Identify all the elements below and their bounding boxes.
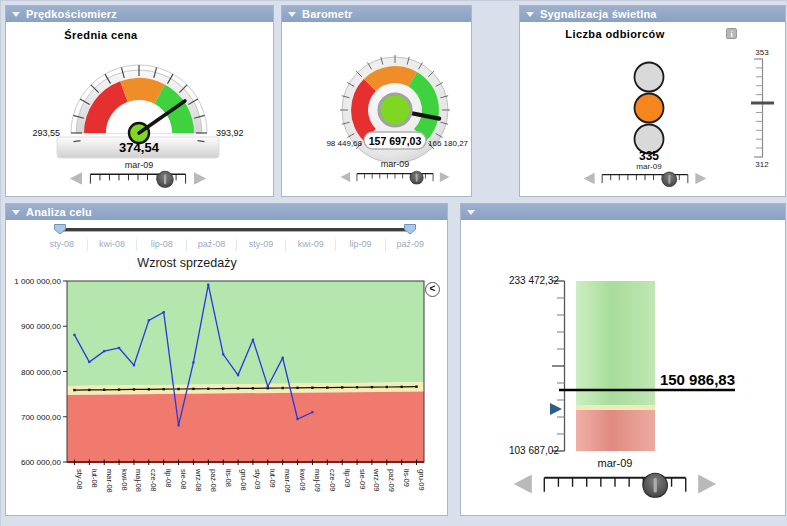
collapse-arrow-icon[interactable]	[12, 12, 20, 17]
x-axis-tick-label: gru-08	[239, 469, 248, 491]
period-label: mar-09	[565, 457, 665, 469]
y-axis-tick-label: 700 000,00	[21, 413, 62, 422]
gauge-hub	[379, 94, 411, 126]
panel-barometer: Barometr 98 449,68 166 180,27 157 697,03…	[281, 5, 472, 197]
x-axis-tick-label: sie-09	[358, 469, 367, 489]
period-slider[interactable]	[68, 169, 208, 188]
x-axis-tick-label: sty-09	[253, 469, 262, 489]
x-axis-tick-label: mar-08	[105, 469, 114, 493]
timeline-right-handle[interactable]	[405, 225, 416, 235]
scale-min-label: 103 687,02	[469, 445, 559, 456]
y-axis-tick-label: 600 000,00	[21, 458, 62, 467]
panel-header: Sygnalizacja świetlna	[520, 6, 785, 22]
x-axis-tick-label: lut-08	[90, 469, 99, 488]
x-axis-tick-label: sty-08	[75, 469, 84, 489]
traffic-value: 335	[614, 149, 684, 163]
x-axis-tick-label: wrz-08	[194, 468, 203, 492]
panel-title: Sygnalizacja świetlna	[540, 8, 657, 20]
x-axis-tick-label: wrz-09	[372, 468, 381, 492]
x-axis-tick-label: maj-08	[134, 469, 143, 492]
x-axis-tick-label: kwi-08	[120, 469, 129, 491]
x-axis-tick-label: sie-08	[179, 469, 188, 489]
scale-max-label: 233 472,32	[469, 275, 559, 286]
collapse-arrow-icon[interactable]	[467, 210, 475, 215]
chart-title: Wzrost sprzedaży	[47, 256, 327, 270]
value-marker-icon[interactable]	[550, 403, 562, 415]
y-axis-tick-label: 800 000,00	[21, 368, 62, 377]
panel-target-bar: 233 472,32 103 687,02 150 986,83 mar-09	[460, 203, 786, 516]
panel-title: Prędkościomierz	[26, 8, 117, 20]
traffic-amber-lamp	[635, 94, 664, 123]
scale-max-label: 353	[748, 48, 776, 57]
bar-scale-ticks	[552, 281, 565, 451]
traffic-red-lamp	[635, 63, 664, 92]
timeline-label: kwi-08	[87, 239, 137, 251]
x-axis-tick-label: lis-09	[402, 469, 411, 487]
collapse-arrow-icon[interactable]	[12, 210, 20, 215]
x-axis-tick-label: cze-08	[149, 469, 158, 492]
x-axis-tick-label: lis-08	[224, 469, 233, 487]
band-below-target	[67, 391, 424, 462]
timeline-label: lip-09	[335, 239, 385, 251]
panel-header: Barometr	[282, 6, 471, 22]
target-value-label: 150 986,83	[593, 371, 735, 388]
x-axis-tick-label: lip-09	[343, 469, 352, 487]
timeline-label: sty-08	[37, 239, 87, 251]
timeline-label: lip-08	[136, 239, 186, 251]
timeline-label: kwi-09	[285, 239, 335, 251]
metric-label: Średnia cena	[21, 29, 181, 41]
x-axis-tick-label: mar-09	[283, 469, 292, 493]
timeline-range-slider[interactable]	[6, 222, 447, 238]
period-label: mar-09	[345, 159, 445, 169]
timeline-track[interactable]	[60, 228, 410, 231]
panel-header: Prędkościomierz	[6, 6, 273, 22]
panel-goal-analysis: 1 000 000,00900 000,00800 000,00700 000,…	[5, 203, 448, 516]
period-slider[interactable]	[511, 470, 719, 498]
scale-min-label: 312	[748, 160, 776, 169]
period-slider[interactable]	[339, 169, 451, 185]
panel-speedometer: Prędkościomierz Średnia cena 293,55 393,…	[5, 5, 274, 197]
y-axis-tick-label: 1 000 000,00	[14, 277, 61, 286]
x-axis-tick-label: kwi-09	[298, 469, 307, 491]
bar-red-zone	[576, 410, 655, 451]
y-axis-tick-label: 900 000,00	[21, 322, 62, 331]
gauge-min-label: 98 449,68	[288, 139, 362, 148]
collapse-arrow-icon[interactable]	[288, 12, 296, 17]
panel-title: Barometr	[302, 8, 353, 20]
x-axis-tick-label: paź-09	[387, 469, 396, 492]
timeline-labels: sty-08kwi-08lip-08paź-08sty-09kwi-09lip-…	[37, 239, 435, 251]
timeline-left-handle[interactable]	[55, 225, 66, 235]
x-axis-tick-label: cze-09	[328, 469, 337, 492]
x-axis-tick-label: lip-08	[164, 469, 173, 487]
gauge-max-label: 166 180,27	[428, 139, 502, 148]
info-icon[interactable]: i	[726, 28, 737, 39]
panel-header	[461, 204, 785, 220]
chevron-left-button[interactable]: <	[425, 282, 440, 297]
x-axis-tick-label: gru-09	[417, 469, 426, 491]
period-slider[interactable]	[582, 170, 708, 187]
x-axis-tick-label: maj-09	[313, 469, 322, 492]
x-axis-tick-label: paź-08	[209, 469, 218, 492]
timeline-label: paź-09	[385, 239, 435, 251]
gauge-value: 374,54	[77, 140, 201, 155]
panel-title: Analiza celu	[26, 206, 92, 218]
timeline-label: paź-08	[186, 239, 236, 251]
x-axis-tick-label: lut-09	[268, 469, 277, 488]
gauge-min-label: 293,55	[8, 128, 60, 138]
metric-label: Liczba odbiorców	[535, 28, 695, 40]
gauge-max-label: 393,92	[216, 128, 272, 138]
timeline-label: sty-09	[236, 239, 286, 251]
gauge-value: 157 697,03	[364, 135, 426, 147]
collapse-arrow-icon[interactable]	[526, 12, 534, 17]
panel-traffic-light: Sygnalizacja świetlna Liczba odbiorców i…	[519, 5, 786, 197]
panel-header: Analiza celu	[6, 204, 447, 220]
band-above-target	[67, 281, 424, 386]
dashboard: Prędkościomierz Średnia cena 293,55 393,…	[0, 0, 787, 526]
bar-yellow-zone	[576, 405, 655, 410]
